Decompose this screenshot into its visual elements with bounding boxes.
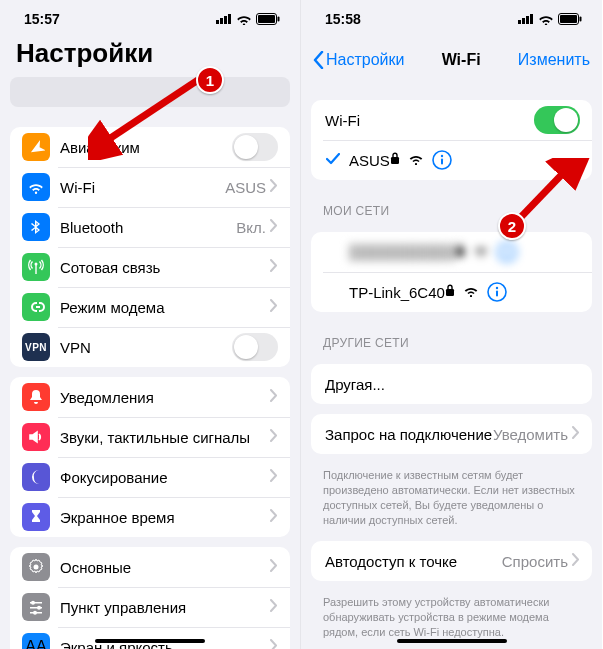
row-label: VPN — [60, 339, 232, 356]
svg-point-15 — [33, 611, 37, 615]
settings-row-основные[interactable]: Основные — [10, 547, 290, 587]
settings-row-фокусирование[interactable]: Фокусирование — [10, 457, 290, 497]
svg-line-39 — [100, 80, 198, 145]
row-value: ASUS — [225, 179, 266, 196]
svg-rect-22 — [526, 16, 529, 24]
chevron-right-icon — [572, 552, 580, 570]
settings-row-звуки-тактильные-сигналы[interactable]: Звуки, тактильные сигналы — [10, 417, 290, 457]
settings-row-экран-и-яркость[interactable]: AAЭкран и яркость — [10, 627, 290, 649]
chevron-right-icon — [270, 558, 278, 576]
back-button[interactable]: Настройки — [313, 51, 404, 69]
svg-rect-5 — [258, 15, 275, 23]
chevron-right-icon — [270, 258, 278, 276]
settings-row-wi-fi[interactable]: Wi-FiASUS — [10, 167, 290, 207]
moon-icon — [22, 463, 50, 491]
svg-rect-25 — [560, 15, 577, 23]
info-button[interactable] — [497, 242, 517, 262]
chevron-right-icon — [572, 425, 580, 443]
settings-row-vpn: VPNVPN — [10, 327, 290, 367]
toggle[interactable] — [232, 333, 278, 361]
svg-rect-2 — [224, 16, 227, 24]
wifi-toggle[interactable] — [534, 106, 580, 134]
connected-network-name: ASUS — [349, 152, 390, 169]
wifi-master-label: Wi-Fi — [325, 112, 534, 129]
chevron-right-icon — [270, 598, 278, 616]
settings-row-пункт-управления[interactable]: Пункт управления — [10, 587, 290, 627]
row-label: Звуки, тактильные сигналы — [60, 429, 270, 446]
row-label: Wi-Fi — [60, 179, 225, 196]
row-label: Режим модема — [60, 299, 270, 316]
ask-to-join-label: Запрос на подключение — [325, 426, 493, 443]
wifi-signal-icon — [463, 283, 479, 301]
svg-rect-35 — [446, 289, 454, 296]
svg-rect-26 — [580, 17, 582, 22]
auto-hotspot-footer: Разрешить этому устройству автоматически… — [301, 591, 602, 644]
svg-rect-38 — [496, 291, 498, 297]
status-bar: 15:58 — [301, 0, 602, 38]
svg-rect-34 — [506, 251, 508, 257]
settings-row-уведомления[interactable]: Уведомления — [10, 377, 290, 417]
ask-to-join-row[interactable]: Запрос на подключение Уведомить — [311, 414, 592, 454]
svg-point-29 — [441, 155, 443, 157]
network-row[interactable]: TP-Link_6C40 — [311, 272, 592, 312]
row-label: Пункт управления — [60, 599, 270, 616]
row-value: Вкл. — [236, 219, 266, 236]
settings-row-экранное-время[interactable]: Экранное время — [10, 497, 290, 537]
svg-rect-23 — [530, 14, 533, 24]
network-name: TP-Link_6C40 — [349, 284, 445, 301]
svg-line-40 — [520, 166, 570, 218]
annotation-arrow-1 — [88, 70, 208, 160]
row-label: Основные — [60, 559, 270, 576]
network-name: ██████████ — [349, 244, 455, 261]
lock-icon — [455, 243, 465, 261]
other-network-row[interactable]: Другая... — [311, 364, 592, 404]
chevron-right-icon — [270, 218, 278, 236]
sliders-icon — [22, 593, 50, 621]
settings-row-режим-модема[interactable]: Режим модема — [10, 287, 290, 327]
antenna-icon — [22, 253, 50, 281]
row-label: Bluetooth — [60, 219, 236, 236]
info-button[interactable] — [432, 150, 452, 170]
nav-title: Wi-Fi — [404, 51, 517, 69]
home-indicator[interactable] — [397, 639, 507, 643]
chevron-right-icon — [270, 388, 278, 406]
bluetooth-icon — [22, 213, 50, 241]
info-button[interactable] — [487, 282, 507, 302]
wifi-signal-icon — [408, 151, 424, 169]
svg-rect-3 — [228, 14, 231, 24]
chevron-right-icon — [270, 638, 278, 649]
settings-row-bluetooth[interactable]: BluetoothВкл. — [10, 207, 290, 247]
svg-rect-8 — [35, 265, 36, 274]
ask-to-join-footer: Подключение к известным сетям будет прои… — [301, 464, 602, 531]
bell-icon — [22, 383, 50, 411]
lock-icon — [445, 283, 455, 301]
nav-bar: Настройки Wi-Fi Изменить — [301, 38, 602, 82]
chevron-right-icon — [270, 508, 278, 526]
edit-button[interactable]: Изменить — [518, 51, 590, 69]
status-bar: 15:57 — [0, 0, 300, 38]
ask-to-join-value: Уведомить — [493, 426, 568, 443]
toggle[interactable] — [232, 133, 278, 161]
row-label: Сотовая связь — [60, 259, 270, 276]
wifi-master-toggle-row: Wi-Fi — [311, 100, 592, 140]
lock-icon — [390, 151, 400, 169]
status-time: 15:58 — [325, 11, 361, 27]
check-icon — [325, 151, 341, 169]
other-network-label: Другая... — [325, 376, 580, 393]
svg-rect-1 — [220, 18, 223, 24]
svg-rect-0 — [216, 20, 219, 24]
link-icon — [22, 293, 50, 321]
svg-point-13 — [37, 606, 41, 610]
svg-rect-31 — [456, 249, 464, 256]
gear-icon — [22, 553, 50, 581]
text-size-icon: AA — [22, 633, 50, 649]
chevron-right-icon — [270, 428, 278, 446]
network-row[interactable]: ██████████ — [311, 232, 592, 272]
svg-point-11 — [31, 601, 35, 605]
auto-hotspot-row[interactable]: Автодоступ к точке Спросить — [311, 541, 592, 581]
home-indicator[interactable] — [95, 639, 205, 643]
status-indicators — [216, 13, 280, 25]
other-networks-header: ДРУГИЕ СЕТИ — [301, 322, 602, 354]
settings-row-сотовая-связь[interactable]: Сотовая связь — [10, 247, 290, 287]
hourglass-icon — [22, 503, 50, 531]
